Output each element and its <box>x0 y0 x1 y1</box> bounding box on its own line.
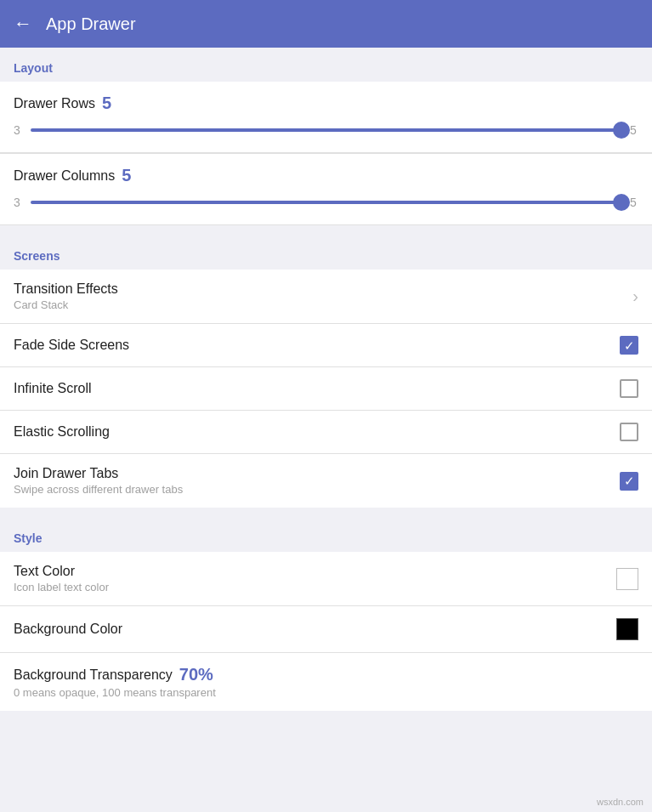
transition-effects-label: Transition Effects <box>14 281 118 297</box>
elastic-scrolling-label: Elastic Scrolling <box>14 424 110 440</box>
background-transparency-value: 70% <box>179 665 213 684</box>
join-drawer-tabs-row[interactable]: Join Drawer Tabs Swipe across different … <box>0 454 652 508</box>
fade-side-screens-checkbox[interactable]: ✓ <box>620 336 638 355</box>
section-label-screens: Screens <box>0 236 652 270</box>
fade-side-screens-label: Fade Side Screens <box>14 338 129 353</box>
drawer-columns-slider[interactable] <box>31 201 621 204</box>
transition-effects-row[interactable]: Transition Effects Card Stack › <box>0 270 652 324</box>
style-settings-card: Text Color Icon label text color Backgro… <box>0 552 652 711</box>
drawer-rows-thumb[interactable] <box>613 122 630 139</box>
background-transparency-row[interactable]: Background Transparency 70% 0 means opaq… <box>0 653 652 711</box>
background-color-swatch[interactable] <box>616 618 638 640</box>
page-title: App Drawer <box>46 14 136 34</box>
section-label-layout: Layout <box>0 48 652 82</box>
section-gap-2 <box>0 508 652 518</box>
elastic-scrolling-checkbox[interactable] <box>620 423 638 441</box>
section-gap-1 <box>0 225 652 236</box>
drawer-columns-label: Drawer Columns <box>14 168 115 184</box>
text-color-swatch[interactable] <box>616 568 638 590</box>
drawer-columns-setting: Drawer Columns 5 3 5 <box>0 153 652 225</box>
screens-settings-card: Transition Effects Card Stack › Fade Sid… <box>0 270 652 508</box>
fade-side-screens-row[interactable]: Fade Side Screens ✓ <box>0 324 652 367</box>
drawer-columns-min: 3 <box>14 196 22 209</box>
transition-effects-sub: Card Stack <box>14 298 118 311</box>
drawer-rows-label: Drawer Rows <box>14 96 95 111</box>
elastic-scrolling-row[interactable]: Elastic Scrolling <box>0 411 652 454</box>
text-color-label: Text Color <box>14 564 109 579</box>
checkmark-icon: ✓ <box>624 339 635 352</box>
drawer-rows-max: 5 <box>630 123 638 137</box>
text-color-row[interactable]: Text Color Icon label text color <box>0 552 652 606</box>
chevron-right-icon: › <box>632 287 638 306</box>
checkmark-icon-2: ✓ <box>624 474 635 487</box>
drawer-rows-value: 5 <box>102 94 111 113</box>
join-drawer-tabs-checkbox[interactable]: ✓ <box>620 472 638 491</box>
drawer-rows-slider[interactable] <box>31 128 621 132</box>
drawer-columns-max: 5 <box>630 196 638 209</box>
drawer-columns-thumb[interactable] <box>613 194 630 211</box>
watermark: wsxdn.com <box>597 797 643 807</box>
header: ← App Drawer <box>0 0 652 48</box>
drawer-rows-setting: Drawer Rows 5 3 5 <box>0 82 652 153</box>
infinite-scroll-checkbox[interactable] <box>620 379 638 398</box>
background-transparency-sub: 0 means opaque, 100 means transparent <box>14 686 216 699</box>
background-color-row[interactable]: Background Color <box>0 606 652 653</box>
background-color-label: Background Color <box>14 622 122 637</box>
join-drawer-tabs-sub: Swipe across different drawer tabs <box>14 483 183 496</box>
infinite-scroll-row[interactable]: Infinite Scroll <box>0 367 652 411</box>
join-drawer-tabs-label: Join Drawer Tabs <box>14 466 183 481</box>
drawer-rows-min: 3 <box>14 123 22 137</box>
background-transparency-label: Background Transparency <box>14 667 173 683</box>
drawer-columns-value: 5 <box>122 166 131 185</box>
infinite-scroll-label: Infinite Scroll <box>14 381 92 396</box>
section-label-style: Style <box>0 518 652 552</box>
back-button[interactable]: ← <box>14 13 32 35</box>
text-color-sub: Icon label text color <box>14 581 109 593</box>
